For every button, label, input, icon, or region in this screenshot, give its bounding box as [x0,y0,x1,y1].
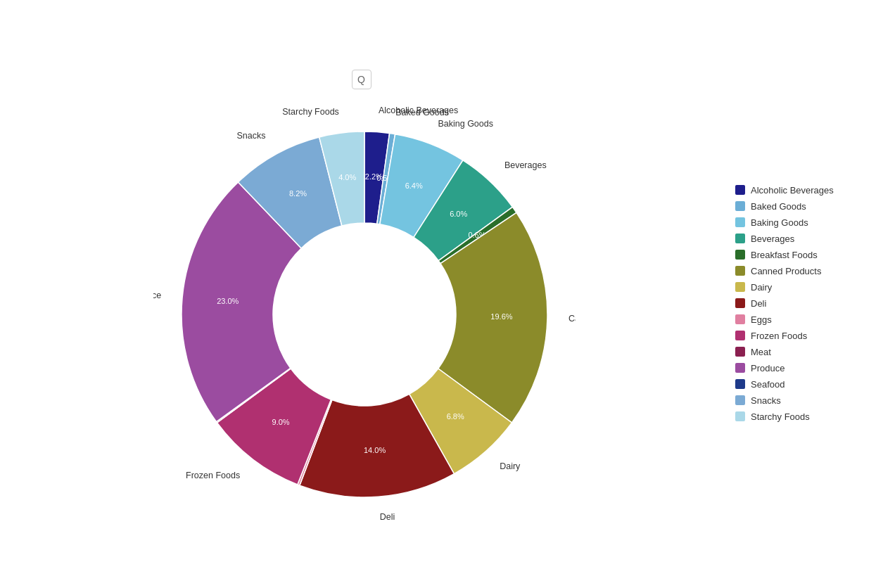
legend-item-label: Snacks [751,395,781,406]
legend-color-swatch [735,298,745,308]
legend-color-swatch [735,217,745,227]
segment-outer-label: Starchy Foods [282,107,339,117]
legend-item-label: Produce [751,363,784,373]
title-bar: Q [352,70,377,89]
donut-chart: 2.2%Alcoholic Beverages0.5%Baked Goods6.… [153,103,576,525]
legend-color-swatch [735,314,745,324]
legend-color-swatch [735,185,745,195]
legend-item-label: Beverages [751,234,794,244]
legend-color-swatch [735,379,745,389]
legend-item: Deli [735,298,876,309]
segment-value-label: 4.0% [338,173,356,181]
legend-item: Breakfast Foods [735,250,876,260]
segment-value-label: 23.0% [217,297,239,305]
segment-value-label: 19.6% [490,312,512,321]
legend-item-label: Baking Goods [751,217,808,228]
legend-item-label: Baked Goods [751,201,806,212]
legend-item: Snacks [735,395,876,406]
legend-color-swatch [735,250,745,260]
legend-color-swatch [735,331,745,340]
legend-item: Frozen Foods [735,331,876,341]
segment-outer-label: Canned Products [568,314,575,324]
legend-item-label: Deli [751,298,766,309]
legend-item-label: Dairy [751,282,772,293]
segment-outer-label: Snacks [236,131,265,141]
legend-item: Dairy [735,282,876,293]
segment-value-label: 6.4% [405,181,422,190]
legend-color-swatch [735,363,745,373]
search-icon: Q [352,70,371,89]
segment-outer-label: Frozen Foods [186,471,240,480]
segment-outer-label: Dairy [500,461,521,471]
legend-item-label: Eggs [751,314,772,325]
legend-item-label: Meat [751,347,771,357]
segment-value-label: 6.0% [450,210,467,218]
legend-item: Beverages [735,234,876,244]
legend-item: Starchy Foods [735,411,876,422]
legend-item-label: Canned Products [751,266,821,276]
legend-color-swatch [735,347,745,357]
legend-item: Alcoholic Beverages [735,185,876,196]
legend-color-swatch [735,266,745,276]
legend-color-swatch [735,282,745,292]
legend-item-label: Seafood [751,379,784,390]
segment-value-label: 6.8% [446,412,464,421]
segment-outer-label: Baked Goods [395,108,449,117]
legend-color-swatch [735,234,745,243]
legend-color-swatch [735,395,745,405]
legend-item-label: Breakfast Foods [751,250,818,260]
segment-outer-label: Baking Goods [438,119,493,129]
legend-item: Eggs [735,314,876,325]
legend-color-swatch [735,411,745,421]
legend-items: Alcoholic Beverages Baked Goods Baking G… [735,185,876,422]
segment-outer-label: Beverages [504,160,546,170]
segment-value-label: 9.0% [272,418,289,426]
segment-outer-label: Produce [153,290,161,300]
segment-value-label: 14.0% [363,446,385,454]
segment-value-label: 8.2% [288,189,306,198]
legend-item: Baked Goods [735,201,876,212]
legend-item: Canned Products [735,266,876,276]
legend-item: Baking Goods [735,217,876,228]
legend-item-label: Starchy Foods [751,411,810,422]
legend-panel: Alcoholic Beverages Baked Goods Baking G… [728,161,883,442]
donut-svg: 2.2%Alcoholic Beverages0.5%Baked Goods6.… [153,103,576,525]
legend-item: Produce [735,363,876,373]
legend-item-label: Alcoholic Beverages [751,185,834,196]
legend-color-swatch [735,201,745,211]
segment-outer-label: Deli [379,512,395,522]
legend-item: Seafood [735,379,876,390]
legend-item-label: Frozen Foods [751,331,807,341]
legend-item: Meat [735,347,876,357]
